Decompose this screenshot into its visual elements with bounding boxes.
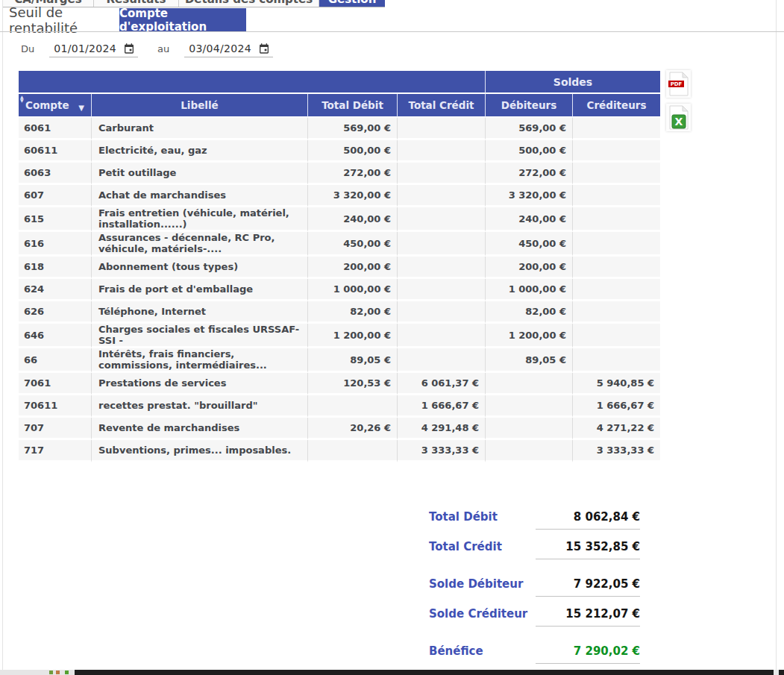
table-row: 707 Revente de marchandises 20,26 € 4 29… — [19, 418, 660, 440]
column-header-debiteurs[interactable]: Débiteurs — [486, 94, 573, 118]
tab-compte-exploitation[interactable]: Compte d'exploitation — [119, 8, 246, 31]
table-row: 66 Intérêts, frais financiers, commissio… — [19, 348, 660, 373]
cell-crediteurs: 1 666,67 € — [573, 395, 660, 418]
cell-compte: 6063 — [19, 163, 92, 185]
column-header-crediteurs[interactable]: Créditeurs — [573, 94, 660, 118]
cell-debiteurs — [486, 418, 573, 440]
accounts-table: Soldes ▲▼ Compte ▼ Libellé Total Débit T… — [19, 71, 660, 462]
cell-total-credit — [398, 140, 486, 163]
cell-debiteurs: 272,00 € — [486, 163, 573, 185]
date-range-filter: Du 01/01/2024 au 03/04/2024 — [21, 43, 273, 57]
pdf-export-icon[interactable]: PDF — [666, 70, 691, 98]
sort-icon[interactable]: ▲▼ — [20, 95, 24, 102]
cell-compte: 717 — [19, 440, 92, 462]
table-row: 70611 recettes prestat. "brouillard" 1 6… — [19, 395, 660, 418]
tab-gestion[interactable]: Gestion — [319, 0, 385, 7]
summary-value-benefice: 7 290,02 € — [536, 644, 640, 664]
cell-crediteurs — [573, 257, 660, 279]
cropped-icon — [65, 671, 69, 674]
cell-compte: 646 — [19, 324, 92, 348]
tab-seuil-de-rentabilite[interactable]: Seuil de rentabilité — [9, 8, 119, 31]
cell-total-credit — [398, 207, 486, 232]
cell-crediteurs — [573, 118, 660, 140]
table-row: 618 Abonnement (tous types) 200,00 € 200… — [19, 257, 660, 279]
cell-total-credit: 1 666,67 € — [398, 395, 486, 418]
cell-total-credit: 6 061,37 € — [398, 373, 486, 395]
table-row: 626 Téléphone, Internet 82,00 € 82,00 € — [19, 301, 660, 324]
cell-libelle: Achat de marchandises — [92, 185, 308, 207]
cell-crediteurs — [573, 140, 660, 163]
cell-debiteurs: 1 000,00 € — [486, 279, 573, 301]
cell-crediteurs — [573, 207, 660, 232]
cell-libelle: Frais entretien (véhicule, matériel, ins… — [92, 207, 308, 232]
column-header-row: ▲▼ Compte ▼ Libellé Total Débit Total Cr… — [19, 94, 660, 118]
table-row: 615 Frais entretien (véhicule, matériel,… — [19, 207, 660, 232]
cell-crediteurs — [573, 324, 660, 348]
cell-libelle: Assurances - décennale, RC Pro, véhicule… — [92, 232, 308, 257]
cell-compte: 616 — [19, 232, 92, 257]
date-from-label: Du — [21, 43, 34, 57]
cell-total-debit: 1 000,00 € — [308, 279, 398, 301]
column-header-compte[interactable]: ▲▼ Compte ▼ — [19, 94, 92, 118]
table-row: 624 Frais de port et d'emballage 1 000,0… — [19, 279, 660, 301]
cell-debiteurs: 200,00 € — [486, 257, 573, 279]
cell-debiteurs: 82,00 € — [486, 301, 573, 324]
cell-debiteurs — [486, 440, 573, 462]
column-header-libelle[interactable]: Libellé — [92, 94, 308, 118]
excel-export-icon[interactable]: X — [666, 104, 691, 131]
cell-crediteurs — [573, 163, 660, 185]
summary-label: Total Débit — [429, 510, 498, 524]
table-row: 616 Assurances - décennale, RC Pro, véhi… — [19, 232, 660, 257]
summary-label: Solde Débiteur — [429, 577, 523, 591]
table-body: 6061 Carburant 569,00 € 569,00 € 60611 E… — [19, 118, 660, 462]
date-to-value[interactable]: 03/04/2024 — [189, 43, 251, 54]
calendar-icon[interactable] — [123, 43, 135, 54]
cell-total-credit — [398, 348, 486, 373]
cell-total-debit: 500,00 € — [308, 140, 398, 163]
summary-value: 8 062,84 € — [536, 510, 640, 530]
cell-libelle: Subventions, primes... imposables. — [92, 440, 308, 462]
cell-debiteurs: 569,00 € — [486, 118, 573, 140]
cell-compte: 60611 — [19, 140, 92, 163]
export-buttons: PDF X — [666, 70, 692, 137]
table-row: 6063 Petit outillage 272,00 € 272,00 € — [19, 163, 660, 185]
date-from-value[interactable]: 01/01/2024 — [54, 43, 116, 54]
date-to-label: au — [157, 43, 169, 57]
column-header-total-debit[interactable]: Total Débit — [308, 94, 398, 118]
summary-value: 7 922,05 € — [536, 577, 640, 597]
cell-total-credit — [398, 185, 486, 207]
cell-total-debit: 3 320,00 € — [308, 185, 398, 207]
calendar-icon[interactable] — [258, 43, 270, 54]
cell-libelle: Electricité, eau, gaz — [92, 140, 308, 163]
summary-total-credit: Total Crédit 15 352,85 € — [429, 540, 640, 559]
cell-compte: 707 — [19, 418, 92, 440]
summary-label: Bénéfice — [429, 644, 483, 658]
cell-libelle: Abonnement (tous types) — [92, 257, 308, 279]
summary-solde-crediteur: Solde Créditeur 15 212,07 € — [429, 607, 640, 627]
filter-icon[interactable]: ▼ — [78, 104, 84, 112]
svg-text:X: X — [675, 116, 683, 128]
cell-total-debit — [308, 440, 398, 462]
cell-crediteurs: 5 940,85 € — [573, 373, 660, 395]
date-from-input[interactable]: 01/01/2024 — [49, 43, 138, 57]
table-row: 7061 Prestations de services 120,53 € 6 … — [19, 373, 660, 395]
cell-crediteurs — [573, 185, 660, 207]
table-row: 6061 Carburant 569,00 € 569,00 € — [19, 118, 660, 140]
tab-bar-divider — [0, 31, 784, 32]
date-to-input[interactable]: 03/04/2024 — [184, 43, 273, 57]
cell-crediteurs — [573, 232, 660, 257]
svg-text:PDF: PDF — [671, 81, 683, 87]
cell-total-credit — [398, 232, 486, 257]
column-header-total-credit[interactable]: Total Crédit — [398, 94, 486, 118]
cell-libelle: Carburant — [92, 118, 308, 140]
summary-label: Total Crédit — [429, 540, 502, 553]
cell-crediteurs — [573, 301, 660, 324]
cell-debiteurs: 3 320,00 € — [486, 185, 573, 207]
cell-compte: 70611 — [19, 395, 92, 418]
cell-total-debit: 240,00 € — [308, 207, 398, 232]
cell-libelle: Téléphone, Internet — [92, 301, 308, 324]
summary-total-debit: Total Débit 8 062,84 € — [429, 510, 640, 530]
cell-debiteurs — [486, 395, 573, 418]
page-left-border — [2, 0, 3, 670]
cell-total-debit: 89,05 € — [308, 348, 398, 373]
